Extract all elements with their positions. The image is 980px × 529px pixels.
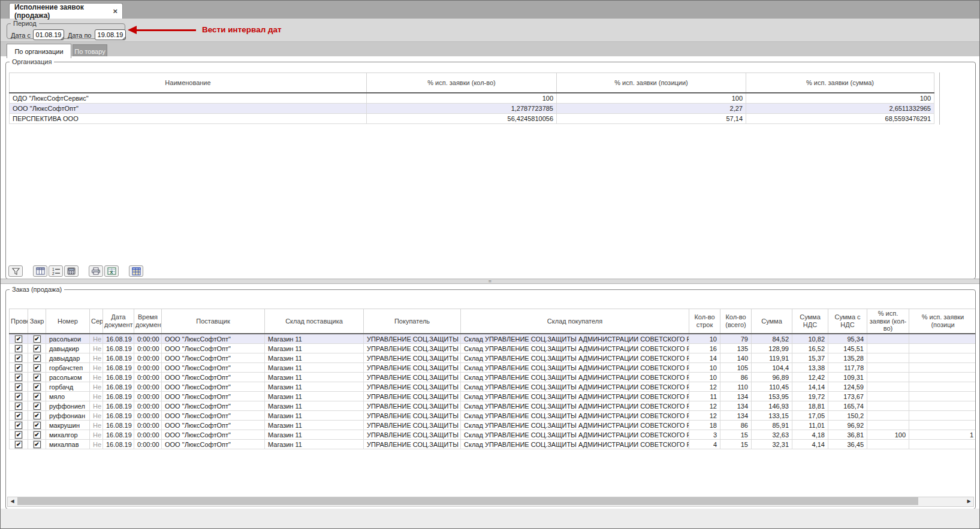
order-column-header[interactable]: Кол-во строк — [689, 309, 720, 334]
order-column-header[interactable]: Номер — [46, 309, 90, 334]
order-table-row[interactable]: ✔✔михалпавНе о16.08.190:00:00ООО "ЛюксСо… — [10, 440, 976, 449]
order-table-cell — [909, 353, 976, 363]
order-table-cell: УПРАВЛЕНИЕ СОЦ.ЗАЩИТЫ АД — [364, 382, 461, 392]
order-table-cell: 0:00:00 — [134, 344, 162, 353]
order-table-cell: 124,59 — [828, 382, 867, 392]
order-table-cell: 96,92 — [828, 421, 867, 430]
proven-checkbox[interactable]: ✔ — [15, 441, 22, 448]
order-column-header[interactable]: Склад покупателя — [461, 309, 689, 334]
order-column-header[interactable]: Сумма с НДС — [828, 309, 867, 334]
scroll-right-icon[interactable]: ▶ — [964, 497, 973, 505]
org-table-row[interactable]: ОДО "ЛюксСофтСервис"100100100 — [10, 93, 934, 104]
org-table-row[interactable]: ООО "ЛюксСофтОпт"1,27877237852,272,65113… — [10, 104, 934, 114]
order-table-cell — [867, 392, 909, 401]
order-table-cell: 134 — [720, 401, 752, 411]
order-column-header[interactable]: Поставщик — [162, 309, 265, 334]
date-to-input[interactable] — [95, 29, 126, 40]
order-table-cell: 150,2 — [828, 411, 867, 421]
order-column-header[interactable]: Прове — [10, 309, 28, 334]
calculator-button[interactable] — [64, 265, 79, 277]
proven-checkbox[interactable]: ✔ — [15, 364, 22, 371]
proven-checkbox[interactable]: ✔ — [15, 335, 22, 343]
org-column-header[interactable]: % исп. заявки (позиции) — [557, 73, 746, 93]
order-table-cell: УПРАВЛЕНИЕ СОЦ.ЗАЩИТЫ АД — [364, 392, 461, 401]
document-tab[interactable]: Исполнение заявок (продажа) × — [9, 3, 123, 19]
proven-checkbox[interactable]: ✔ — [15, 412, 22, 419]
order-hscrollbar[interactable]: ◀ ▶ — [7, 497, 974, 507]
closed-checkbox[interactable]: ✔ — [34, 345, 41, 352]
order-column-header[interactable]: Кол-во (всего) — [720, 309, 752, 334]
org-column-header[interactable]: Наименование — [10, 73, 367, 93]
order-table-row[interactable]: ✔✔горбачстепНе о16.08.190:00:00ООО "Люкс… — [10, 363, 976, 373]
closed-checkbox[interactable]: ✔ — [34, 374, 41, 381]
order-column-header[interactable]: Сер — [90, 309, 103, 334]
order-column-header[interactable]: Сумма — [752, 309, 792, 334]
table-format-button[interactable] — [129, 265, 143, 277]
hscroll-thumb[interactable] — [17, 497, 918, 505]
order-table-cell: 16,52 — [792, 344, 828, 353]
order-table-cell: Склад УПРАВЛЕНИЕ СОЦ.ЗАЩИТЫ АДМИНИСТРАЦИ… — [461, 430, 689, 440]
order-table-row[interactable]: ✔✔давыдкирНе о16.08.190:00:00ООО "ЛюксСо… — [10, 344, 976, 353]
proven-checkbox[interactable]: ✔ — [15, 383, 22, 391]
order-table-row[interactable]: ✔✔руффонианНе о16.08.190:00:00ООО "ЛюксС… — [10, 411, 976, 421]
closed-checkbox[interactable]: ✔ — [34, 393, 41, 400]
order-table-cell — [867, 353, 909, 363]
order-table-row[interactable]: ✔✔мялоНе о16.08.190:00:00ООО "ЛюксСофтОп… — [10, 392, 976, 401]
order-column-header[interactable]: % исп. заявки (позици — [909, 309, 976, 334]
closed-checkbox[interactable]: ✔ — [34, 412, 41, 419]
order-column-header[interactable]: Закр — [28, 309, 46, 334]
columns-button[interactable] — [33, 265, 47, 277]
proven-checkbox[interactable]: ✔ — [15, 355, 22, 362]
splitter[interactable]: = — [1, 279, 979, 284]
order-table-cell: Склад УПРАВЛЕНИЕ СОЦ.ЗАЩИТЫ АДМИНИСТРАЦИ… — [461, 440, 689, 449]
closed-checkbox[interactable]: ✔ — [34, 431, 41, 439]
order-table-cell: михалгор — [46, 430, 90, 440]
splitter-handle-icon[interactable]: = — [489, 278, 491, 284]
proven-checkbox[interactable]: ✔ — [15, 374, 22, 381]
org-column-header[interactable]: % исп. заявки (сумма) — [746, 73, 934, 93]
order-column-header[interactable]: % исп. заявки (кол-во) — [867, 309, 909, 334]
order-column-header[interactable]: Дата документ — [103, 309, 134, 334]
order-table-cell: руффониан — [46, 411, 90, 421]
proven-checkbox[interactable]: ✔ — [15, 403, 22, 410]
order-table-cell: 36,45 — [828, 440, 867, 449]
order-column-header[interactable]: Покупатель — [364, 309, 461, 334]
order-column-header[interactable]: Время документ — [134, 309, 162, 334]
org-table-vscroll[interactable] — [934, 72, 940, 125]
order-table-row[interactable]: ✔✔расолькоиНе о16.08.190:00:00ООО "ЛюксС… — [10, 334, 976, 344]
proven-checkbox[interactable]: ✔ — [15, 345, 22, 352]
order-table-row[interactable]: ✔✔руффониелНе о16.08.190:00:00ООО "ЛюксС… — [10, 401, 976, 411]
closed-checkbox[interactable]: ✔ — [34, 364, 41, 371]
closed-checkbox[interactable]: ✔ — [34, 441, 41, 448]
tab-by-organization[interactable]: По организации — [7, 44, 71, 58]
closed-checkbox[interactable]: ✔ — [34, 355, 41, 362]
order-table-row[interactable]: ✔✔михалгорНе о16.08.190:00:00ООО "ЛюксСо… — [10, 430, 976, 440]
toolbar-group — [129, 265, 144, 277]
order-table-row[interactable]: ✔✔макрушинНе о16.08.190:00:00ООО "ЛюксСо… — [10, 421, 976, 430]
order-table-row[interactable]: ✔✔расолькомНе о16.08.190:00:00ООО "ЛюксС… — [10, 373, 976, 382]
order-table-row[interactable]: ✔✔горбачдНе о16.08.190:00:00ООО "ЛюксСоф… — [10, 382, 976, 392]
order-column-header[interactable]: Сумма НДС — [792, 309, 828, 334]
proven-checkbox[interactable]: ✔ — [15, 431, 22, 439]
closed-checkbox[interactable]: ✔ — [34, 422, 41, 429]
closed-checkbox[interactable]: ✔ — [34, 383, 41, 391]
numbered-list-button[interactable]: 12 — [49, 265, 63, 277]
order-table-cell: 10 — [689, 373, 720, 382]
tab-by-product[interactable]: По товару — [73, 44, 107, 58]
closed-checkbox[interactable]: ✔ — [34, 403, 41, 410]
proven-checkbox[interactable]: ✔ — [15, 422, 22, 429]
org-column-header[interactable]: % исп. заявки (кол-во) — [367, 73, 557, 93]
scroll-left-icon[interactable]: ◀ — [8, 497, 17, 505]
numbered-list-icon: 12 — [52, 267, 61, 275]
print-button[interactable] — [89, 265, 103, 277]
order-column-header[interactable]: Склад поставщика — [265, 309, 364, 334]
date-from-input[interactable] — [33, 29, 64, 40]
filter-button[interactable] — [8, 265, 23, 277]
close-icon[interactable]: × — [113, 7, 117, 15]
proven-checkbox[interactable]: ✔ — [15, 393, 22, 400]
order-table-row[interactable]: ✔✔давыддарНе о16.08.190:00:00ООО "ЛюксСо… — [10, 353, 976, 363]
closed-checkbox[interactable]: ✔ — [34, 335, 41, 343]
org-table-cell: 2,27 — [557, 104, 746, 114]
excel-button[interactable]: X — [104, 265, 119, 277]
org-table-row[interactable]: ПЕРСПЕКТИВА ООО56,424581005657,1468,5593… — [10, 114, 934, 124]
